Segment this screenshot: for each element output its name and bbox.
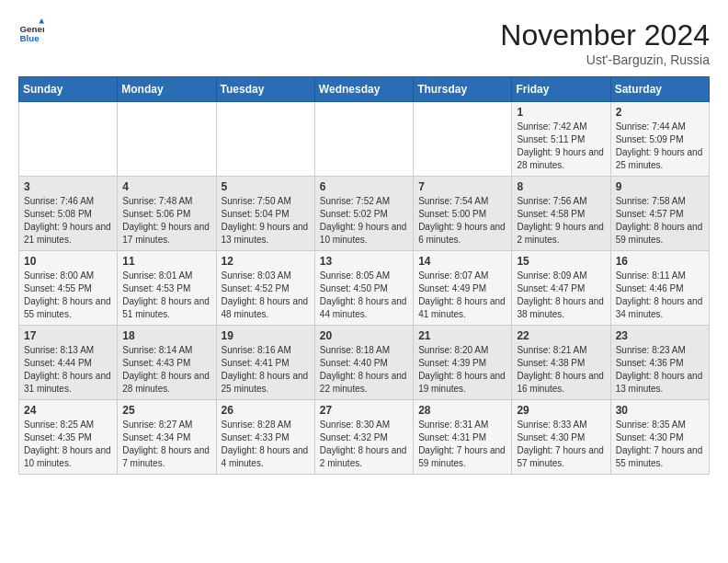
day-number: 4: [122, 180, 210, 193]
calendar-cell: 16Sunrise: 8:11 AM Sunset: 4:46 PM Dayli…: [610, 251, 709, 326]
day-number: 16: [616, 255, 704, 268]
day-info: Sunrise: 8:03 AM Sunset: 4:52 PM Dayligh…: [222, 270, 310, 321]
month-title: November 2024: [500, 18, 710, 52]
calendar-cell: 20Sunrise: 8:18 AM Sunset: 4:40 PM Dayli…: [314, 326, 413, 400]
calendar-cell: 9Sunrise: 7:58 AM Sunset: 4:57 PM Daylig…: [610, 177, 709, 251]
day-number: 26: [222, 404, 310, 417]
day-number: 5: [222, 180, 310, 193]
day-info: Sunrise: 8:27 AM Sunset: 4:34 PM Dayligh…: [122, 419, 210, 470]
title-block: November 2024 Ust'-Barguzin, Russia: [500, 18, 710, 67]
day-number: 6: [320, 180, 408, 193]
calendar-cell: [314, 102, 413, 177]
day-info: Sunrise: 8:25 AM Sunset: 4:35 PM Dayligh…: [24, 419, 112, 470]
calendar-cell: 23Sunrise: 8:23 AM Sunset: 4:36 PM Dayli…: [610, 326, 709, 400]
location: Ust'-Barguzin, Russia: [500, 52, 710, 67]
weekday-header-sunday: Sunday: [19, 77, 118, 102]
svg-text:Blue: Blue: [19, 33, 40, 43]
weekday-header-tuesday: Tuesday: [216, 77, 314, 102]
calendar-cell: 6Sunrise: 7:52 AM Sunset: 5:02 PM Daylig…: [314, 177, 413, 251]
calendar-cell: 2Sunrise: 7:44 AM Sunset: 5:09 PM Daylig…: [610, 102, 709, 177]
day-info: Sunrise: 8:07 AM Sunset: 4:49 PM Dayligh…: [418, 270, 506, 321]
calendar-table: SundayMondayTuesdayWednesdayThursdayFrid…: [18, 76, 710, 475]
calendar-cell: 11Sunrise: 8:01 AM Sunset: 4:53 PM Dayli…: [118, 251, 216, 326]
weekday-header-wednesday: Wednesday: [314, 77, 413, 102]
calendar-cell: 8Sunrise: 7:56 AM Sunset: 4:58 PM Daylig…: [512, 177, 610, 251]
calendar-week-row: 10Sunrise: 8:00 AM Sunset: 4:55 PM Dayli…: [19, 251, 710, 326]
day-info: Sunrise: 8:35 AM Sunset: 4:30 PM Dayligh…: [616, 419, 704, 470]
calendar-cell: 17Sunrise: 8:13 AM Sunset: 4:44 PM Dayli…: [19, 326, 118, 400]
day-info: Sunrise: 7:46 AM Sunset: 5:08 PM Dayligh…: [24, 195, 112, 247]
calendar-cell: 29Sunrise: 8:33 AM Sunset: 4:30 PM Dayli…: [512, 400, 610, 475]
calendar-cell: 13Sunrise: 8:05 AM Sunset: 4:50 PM Dayli…: [314, 251, 413, 326]
calendar-week-row: 17Sunrise: 8:13 AM Sunset: 4:44 PM Dayli…: [19, 326, 710, 400]
day-number: 9: [616, 180, 704, 193]
weekday-header-row: SundayMondayTuesdayWednesdayThursdayFrid…: [19, 77, 710, 102]
calendar-cell: 28Sunrise: 8:31 AM Sunset: 4:31 PM Dayli…: [414, 400, 512, 475]
day-info: Sunrise: 8:16 AM Sunset: 4:41 PM Dayligh…: [222, 344, 310, 396]
day-info: Sunrise: 7:50 AM Sunset: 5:04 PM Dayligh…: [222, 195, 310, 247]
day-number: 13: [320, 255, 408, 268]
calendar-cell: 14Sunrise: 8:07 AM Sunset: 4:49 PM Dayli…: [414, 251, 512, 326]
page-header: General Blue November 2024 Ust'-Barguzin…: [18, 18, 710, 67]
day-number: 14: [418, 255, 506, 268]
day-info: Sunrise: 8:28 AM Sunset: 4:33 PM Dayligh…: [222, 419, 310, 470]
calendar-cell: 1Sunrise: 7:42 AM Sunset: 5:11 PM Daylig…: [512, 102, 610, 177]
calendar-cell: [216, 102, 314, 177]
day-info: Sunrise: 8:00 AM Sunset: 4:55 PM Dayligh…: [24, 270, 112, 321]
logo-icon: General Blue: [18, 18, 44, 44]
day-info: Sunrise: 8:20 AM Sunset: 4:39 PM Dayligh…: [418, 344, 506, 396]
day-info: Sunrise: 8:05 AM Sunset: 4:50 PM Dayligh…: [320, 270, 408, 321]
calendar-week-row: 3Sunrise: 7:46 AM Sunset: 5:08 PM Daylig…: [19, 177, 710, 251]
calendar-cell: 15Sunrise: 8:09 AM Sunset: 4:47 PM Dayli…: [512, 251, 610, 326]
day-number: 25: [122, 404, 210, 417]
calendar-cell: 19Sunrise: 8:16 AM Sunset: 4:41 PM Dayli…: [216, 326, 314, 400]
calendar-cell: 3Sunrise: 7:46 AM Sunset: 5:08 PM Daylig…: [19, 177, 118, 251]
day-number: 22: [517, 329, 605, 342]
day-info: Sunrise: 8:11 AM Sunset: 4:46 PM Dayligh…: [616, 270, 704, 321]
day-info: Sunrise: 8:01 AM Sunset: 4:53 PM Dayligh…: [122, 270, 210, 321]
svg-marker-2: [39, 18, 44, 24]
day-info: Sunrise: 7:58 AM Sunset: 4:57 PM Dayligh…: [616, 195, 704, 247]
calendar-cell: [19, 102, 118, 177]
calendar-cell: 27Sunrise: 8:30 AM Sunset: 4:32 PM Dayli…: [314, 400, 413, 475]
day-number: 21: [418, 329, 506, 342]
calendar-week-row: 1Sunrise: 7:42 AM Sunset: 5:11 PM Daylig…: [19, 102, 710, 177]
calendar-cell: 24Sunrise: 8:25 AM Sunset: 4:35 PM Dayli…: [19, 400, 118, 475]
day-number: 15: [517, 255, 605, 268]
day-info: Sunrise: 7:42 AM Sunset: 5:11 PM Dayligh…: [517, 121, 605, 172]
day-info: Sunrise: 7:52 AM Sunset: 5:02 PM Dayligh…: [320, 195, 408, 247]
day-number: 2: [616, 106, 704, 119]
calendar-cell: 7Sunrise: 7:54 AM Sunset: 5:00 PM Daylig…: [414, 177, 512, 251]
day-number: 27: [320, 404, 408, 417]
day-info: Sunrise: 8:09 AM Sunset: 4:47 PM Dayligh…: [517, 270, 605, 321]
day-number: 12: [222, 255, 310, 268]
day-number: 20: [320, 329, 408, 342]
calendar-cell: 21Sunrise: 8:20 AM Sunset: 4:39 PM Dayli…: [414, 326, 512, 400]
day-info: Sunrise: 8:14 AM Sunset: 4:43 PM Dayligh…: [122, 344, 210, 396]
day-number: 18: [122, 329, 210, 342]
day-number: 17: [24, 329, 112, 342]
day-info: Sunrise: 7:56 AM Sunset: 4:58 PM Dayligh…: [517, 195, 605, 247]
day-number: 8: [517, 180, 605, 193]
day-number: 19: [222, 329, 310, 342]
day-info: Sunrise: 7:54 AM Sunset: 5:00 PM Dayligh…: [418, 195, 506, 247]
calendar-cell: 4Sunrise: 7:48 AM Sunset: 5:06 PM Daylig…: [118, 177, 216, 251]
logo: General Blue: [18, 18, 44, 44]
calendar-cell: 25Sunrise: 8:27 AM Sunset: 4:34 PM Dayli…: [118, 400, 216, 475]
calendar-cell: 18Sunrise: 8:14 AM Sunset: 4:43 PM Dayli…: [118, 326, 216, 400]
day-info: Sunrise: 8:23 AM Sunset: 4:36 PM Dayligh…: [616, 344, 704, 396]
calendar-cell: 10Sunrise: 8:00 AM Sunset: 4:55 PM Dayli…: [19, 251, 118, 326]
day-number: 29: [517, 404, 605, 417]
day-number: 28: [418, 404, 506, 417]
calendar-cell: 26Sunrise: 8:28 AM Sunset: 4:33 PM Dayli…: [216, 400, 314, 475]
day-number: 7: [418, 180, 506, 193]
day-number: 1: [517, 106, 605, 119]
day-info: Sunrise: 8:31 AM Sunset: 4:31 PM Dayligh…: [418, 419, 506, 470]
day-info: Sunrise: 7:44 AM Sunset: 5:09 PM Dayligh…: [616, 121, 704, 172]
calendar-cell: [118, 102, 216, 177]
weekday-header-thursday: Thursday: [414, 77, 512, 102]
calendar-cell: 5Sunrise: 7:50 AM Sunset: 5:04 PM Daylig…: [216, 177, 314, 251]
calendar-cell: 12Sunrise: 8:03 AM Sunset: 4:52 PM Dayli…: [216, 251, 314, 326]
day-number: 10: [24, 255, 112, 268]
calendar-cell: 22Sunrise: 8:21 AM Sunset: 4:38 PM Dayli…: [512, 326, 610, 400]
